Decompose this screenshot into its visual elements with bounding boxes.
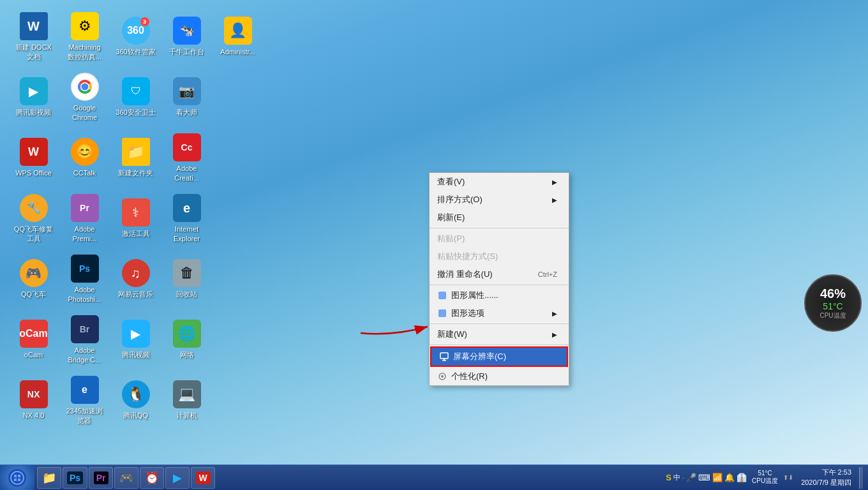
icon-img-docx: W — [20, 12, 48, 40]
menu-graphics-props[interactable]: 图形属性...... — [430, 286, 569, 304]
icon-ie[interactable]: e InternetExplorer — [163, 191, 211, 246]
taskbar-btn-youku[interactable]: ▶ — [165, 467, 190, 489]
icon-ocam[interactable]: oCam oCam — [10, 313, 57, 367]
icon-tencent-video2[interactable]: ▶ 腾讯视频 — [112, 313, 160, 367]
icon-bridge[interactable]: Br AdobeBridge C... — [61, 313, 108, 367]
taskbar-btn-clock[interactable]: ⏰ — [140, 467, 164, 489]
cpu-widget: 46% 51°C CPU温度 — [804, 274, 862, 332]
svg-rect-5 — [438, 309, 446, 317]
svg-rect-4 — [438, 292, 446, 299]
taskbar-date-value: 2020/7/9 星期四 — [801, 478, 851, 487]
menu-graphics-props-left: 图形属性...... — [437, 290, 498, 301]
menu-new[interactable]: 新建(W) ▶ — [430, 325, 569, 343]
taskbar-start-button[interactable] — [0, 465, 34, 491]
icon-img-tv2: ▶ — [122, 320, 150, 348]
taskbar-btn-wps[interactable]: W — [191, 467, 215, 489]
icon-img-360s: 🛡 — [122, 77, 150, 105]
icon-new-folder[interactable]: 📁 新建文件夹 — [112, 131, 160, 185]
menu-paste-shortcut[interactable]: 粘贴快捷方式(S) — [430, 248, 569, 265]
icon-qq[interactable]: 🐧 腾讯QQ — [112, 373, 160, 427]
svg-rect-18 — [18, 479, 20, 481]
icon-img-ps: Ps — [71, 255, 99, 283]
icon-netease[interactable]: ♫ 网易云音乐 — [112, 252, 160, 306]
icon-label-tv: 腾讯影视频 — [16, 108, 51, 117]
tray-arrows[interactable]: ⬆⬇ — [783, 474, 793, 481]
icon-new-docx[interactable]: W 新建 DOCX文档 — [10, 10, 57, 64]
icon-adobe-creative[interactable]: Cc AdobeCreati... — [163, 131, 211, 185]
icon-computer[interactable]: 💻 计算机 — [163, 373, 211, 427]
show-desktop-button[interactable] — [859, 467, 863, 489]
icon-label-360: 360软件管家 — [116, 47, 155, 56]
menu-graphics-opts[interactable]: 图形选项 ▶ — [430, 304, 569, 322]
icon-2345[interactable]: e 2345加速浏览器 — [61, 373, 108, 427]
menu-resolution-wrapper: 屏幕分辨率(C) — [430, 346, 568, 367]
menu-refresh[interactable]: 刷新(E) — [430, 209, 569, 226]
taskbar-time-value: 下午 2:53 — [801, 468, 851, 477]
icon-360-security[interactable]: 🛡 360安全卫士 — [112, 70, 160, 124]
icon-img-2345: e — [71, 376, 99, 404]
menu-paste[interactable]: 粘贴(P) — [430, 230, 569, 248]
icon-cctalk[interactable]: 😊 CCTalk — [61, 131, 108, 185]
taskbar-btn-hongmao[interactable]: 🎮 — [114, 467, 138, 489]
menu-undo-shortcut: Ctrl+Z — [538, 271, 557, 278]
icon-label-qq: 腾讯QQ — [123, 411, 148, 420]
svg-rect-17 — [14, 479, 17, 481]
icon-img-netease: ♫ — [122, 259, 150, 287]
icon-google-chrome[interactable]: GoogleChrome — [61, 70, 108, 124]
taskbar-btn-ps[interactable]: Ps — [63, 467, 87, 489]
menu-undo-rename[interactable]: 撤消 重命名(U) Ctrl+Z — [430, 265, 569, 283]
icon-label-folder: 新建文件夹 — [118, 168, 153, 177]
arrow-indicator — [354, 314, 437, 339]
taskbar-btn-file-explorer[interactable]: 📁 — [37, 467, 61, 489]
network-icon: 📶 — [712, 473, 722, 482]
taskbar-btn-pr[interactable]: Pr — [89, 467, 113, 489]
menu-resolution-left: 屏幕分辨率(C) — [439, 351, 506, 362]
icon-premiere[interactable]: Pr AdobePremi... — [61, 191, 108, 246]
icon-360-manager[interactable]: 360 3 360软件管家 — [112, 10, 160, 64]
icon-label-activation: 激活工具 — [122, 229, 150, 238]
icon-recycle[interactable]: 🗑 回收站 — [163, 252, 211, 306]
icon-nx[interactable]: NX NX 4.0 — [10, 373, 57, 427]
taskbar-datetime[interactable]: 下午 2:53 2020/7/9 星期四 — [796, 468, 857, 487]
icon-qq-car[interactable]: 🎮 QQ飞车 — [10, 252, 57, 306]
mic-icon: 🎤 — [686, 473, 696, 482]
bell-icon: 🔔 — [724, 473, 735, 482]
icon-administrator[interactable]: 👤 Administr... — [214, 10, 262, 64]
icon-img-creative: Cc — [173, 133, 201, 161]
svg-rect-6 — [440, 353, 448, 359]
icon-label-qqcar: QQ飞车 — [21, 290, 46, 299]
tray-cpu: 51°C CPU温度 — [749, 470, 781, 486]
icon-img-cctalk: 😊 — [71, 138, 99, 166]
icon-photoshop[interactable]: Ps AdobePhotoshi... — [61, 252, 108, 306]
icon-label-cctalk: CCTalk — [73, 168, 96, 177]
menu-personalize-label: 个性化(R) — [451, 371, 488, 382]
icon-label-2345: 2345加速浏览器 — [66, 406, 103, 425]
icon-qq-repair[interactable]: 🔧 QQ飞车修复工具 — [10, 191, 57, 246]
menu-sep-4 — [430, 345, 569, 345]
icon-label-tv2: 腾讯视频 — [122, 350, 150, 359]
menu-sort[interactable]: 排序方式(O) ▶ — [430, 191, 569, 209]
icon-label-network: 网络 — [180, 350, 194, 359]
menu-resolution[interactable]: 屏幕分辨率(C) — [431, 348, 567, 366]
icon-tencent-video[interactable]: ▶ 腾讯影视频 — [10, 70, 57, 124]
icon-wps[interactable]: W WPS Office — [10, 131, 57, 185]
icon-img-ie: e — [173, 194, 201, 222]
resolution-icon — [439, 352, 449, 362]
icon-camera[interactable]: 📷 看大师 — [163, 70, 211, 124]
context-menu: 查看(V) ▶ 排序方式(O) ▶ 刷新(E) 粘贴(P) 粘贴快捷方式(S) … — [429, 172, 569, 386]
icon-machining[interactable]: ⚙ Machining数控仿真... — [61, 10, 108, 64]
menu-personalize[interactable]: 个性化(R) — [430, 368, 569, 385]
menu-view[interactable]: 查看(V) ▶ — [430, 173, 569, 191]
icon-qianniu[interactable]: 🐄 千牛工作台 — [163, 10, 211, 64]
personalize-icon — [437, 371, 447, 382]
menu-refresh-label: 刷新(E) — [437, 212, 465, 223]
icon-img-qqrepair: 🔧 — [20, 194, 48, 222]
icon-network[interactable]: 🌐 网络 — [163, 313, 211, 367]
icon-img-tv: ▶ — [20, 77, 48, 105]
sogou-icon: S — [666, 473, 671, 482]
icon-img-ocam: oCam — [20, 320, 48, 348]
icon-img-machining: ⚙ — [71, 12, 99, 40]
menu-graphics-opts-arrow: ▶ — [552, 310, 557, 317]
icon-activation[interactable]: ⚕ 激活工具 — [112, 191, 160, 246]
tray-cpu-temp: 51°C — [758, 470, 772, 477]
